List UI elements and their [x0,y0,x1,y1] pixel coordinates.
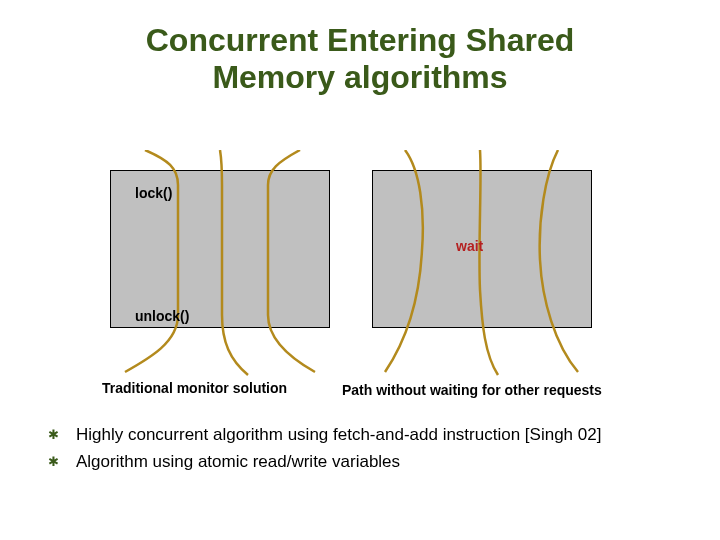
diagram-area: lock() unlock() wait Traditional monitor… [0,150,720,410]
title-line-1: Concurrent Entering Shared [146,22,575,58]
caption-right: Path without waiting for other requests [342,382,602,398]
title-line-2: Memory algorithms [212,59,507,95]
bullet-item: Highly concurrent algorithm using fetch-… [72,424,680,447]
bullet-list: Highly concurrent algorithm using fetch-… [72,424,680,478]
slide-title: Concurrent Entering Shared Memory algori… [0,0,720,96]
thread-curves [0,150,720,410]
caption-left: Traditional monitor solution [102,380,287,396]
lock-label: lock() [135,185,172,201]
unlock-label: unlock() [135,308,189,324]
wait-label: wait [456,238,483,254]
bullet-item: Algorithm using atomic read/write variab… [72,451,680,474]
